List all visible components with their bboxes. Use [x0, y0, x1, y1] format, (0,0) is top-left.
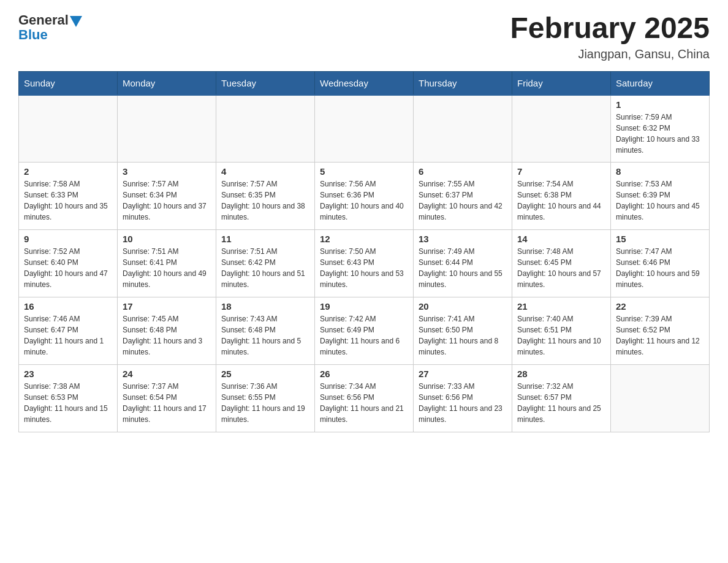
day-number: 4	[221, 166, 309, 177]
calendar-cell: 4Sunrise: 7:57 AM Sunset: 6:35 PM Daylig…	[216, 163, 315, 230]
day-number: 9	[24, 234, 112, 244]
day-info: Sunrise: 7:59 AM Sunset: 6:32 PM Dayligh…	[616, 112, 704, 156]
day-info: Sunrise: 7:50 AM Sunset: 6:43 PM Dayligh…	[320, 246, 408, 290]
calendar-cell: 24Sunrise: 7:37 AM Sunset: 6:54 PM Dayli…	[118, 365, 216, 432]
calendar-cell: 20Sunrise: 7:41 AM Sunset: 6:50 PM Dayli…	[414, 297, 512, 365]
calendar-cell: 26Sunrise: 7:34 AM Sunset: 6:56 PM Dayli…	[315, 365, 414, 432]
calendar-cell: 23Sunrise: 7:38 AM Sunset: 6:53 PM Dayli…	[19, 365, 118, 432]
day-header-friday: Friday	[512, 71, 611, 95]
day-number: 12	[320, 234, 408, 244]
calendar-cell: 27Sunrise: 7:33 AM Sunset: 6:56 PM Dayli…	[414, 365, 512, 432]
calendar-cell: 9Sunrise: 7:52 AM Sunset: 6:40 PM Daylig…	[19, 230, 118, 297]
calendar-cell	[118, 95, 216, 163]
calendar-cell	[512, 95, 611, 163]
calendar-cell: 3Sunrise: 7:57 AM Sunset: 6:34 PM Daylig…	[118, 163, 216, 230]
day-number: 1	[616, 99, 704, 110]
day-info: Sunrise: 7:49 AM Sunset: 6:44 PM Dayligh…	[419, 246, 507, 290]
page-header: General Blue February 2025 Jiangpan, Gan…	[18, 12, 710, 61]
day-info: Sunrise: 7:57 AM Sunset: 6:35 PM Dayligh…	[221, 178, 309, 223]
day-number: 27	[419, 369, 507, 379]
day-number: 16	[24, 301, 112, 312]
day-number: 10	[123, 234, 211, 244]
calendar-cell: 11Sunrise: 7:51 AM Sunset: 6:42 PM Dayli…	[216, 230, 315, 297]
calendar-cell: 17Sunrise: 7:45 AM Sunset: 6:48 PM Dayli…	[118, 297, 216, 365]
calendar-table: SundayMondayTuesdayWednesdayThursdayFrid…	[18, 71, 710, 433]
day-number: 28	[517, 369, 605, 379]
calendar-cell: 2Sunrise: 7:58 AM Sunset: 6:33 PM Daylig…	[19, 163, 118, 230]
day-number: 17	[123, 301, 211, 312]
calendar-week-row: 16Sunrise: 7:46 AM Sunset: 6:47 PM Dayli…	[19, 297, 710, 365]
day-info: Sunrise: 7:47 AM Sunset: 6:46 PM Dayligh…	[616, 246, 704, 290]
calendar-cell: 12Sunrise: 7:50 AM Sunset: 6:43 PM Dayli…	[315, 230, 414, 297]
calendar-cell	[216, 95, 315, 163]
day-number: 11	[221, 234, 309, 244]
day-number: 6	[419, 166, 507, 177]
calendar-title: February 2025	[510, 12, 710, 45]
day-number: 13	[419, 234, 507, 244]
day-header-thursday: Thursday	[414, 71, 512, 95]
day-info: Sunrise: 7:57 AM Sunset: 6:34 PM Dayligh…	[123, 178, 211, 223]
calendar-week-row: 1Sunrise: 7:59 AM Sunset: 6:32 PM Daylig…	[19, 95, 710, 163]
day-header-tuesday: Tuesday	[216, 71, 315, 95]
day-info: Sunrise: 7:51 AM Sunset: 6:41 PM Dayligh…	[123, 246, 211, 290]
calendar-cell	[19, 95, 118, 163]
day-number: 25	[221, 369, 309, 379]
day-number: 26	[320, 369, 408, 379]
calendar-cell: 7Sunrise: 7:54 AM Sunset: 6:38 PM Daylig…	[512, 163, 611, 230]
day-info: Sunrise: 7:42 AM Sunset: 6:49 PM Dayligh…	[320, 313, 408, 358]
day-info: Sunrise: 7:32 AM Sunset: 6:57 PM Dayligh…	[517, 381, 605, 425]
calendar-subtitle: Jiangpan, Gansu, China	[510, 47, 710, 61]
day-info: Sunrise: 7:41 AM Sunset: 6:50 PM Dayligh…	[419, 313, 507, 358]
day-number: 8	[616, 166, 704, 177]
day-info: Sunrise: 7:53 AM Sunset: 6:39 PM Dayligh…	[616, 178, 704, 223]
day-number: 7	[517, 166, 605, 177]
day-info: Sunrise: 7:39 AM Sunset: 6:52 PM Dayligh…	[616, 313, 704, 358]
calendar-cell: 1Sunrise: 7:59 AM Sunset: 6:32 PM Daylig…	[611, 95, 710, 163]
calendar-cell: 28Sunrise: 7:32 AM Sunset: 6:57 PM Dayli…	[512, 365, 611, 432]
logo-blue-text: Blue	[18, 27, 48, 43]
day-header-sunday: Sunday	[19, 71, 118, 95]
day-number: 19	[320, 301, 408, 312]
day-header-wednesday: Wednesday	[315, 71, 414, 95]
day-number: 15	[616, 234, 704, 244]
calendar-week-row: 9Sunrise: 7:52 AM Sunset: 6:40 PM Daylig…	[19, 230, 710, 297]
day-number: 20	[419, 301, 507, 312]
day-number: 3	[123, 166, 211, 177]
day-info: Sunrise: 7:55 AM Sunset: 6:37 PM Dayligh…	[419, 178, 507, 223]
day-number: 23	[24, 369, 112, 379]
calendar-cell: 16Sunrise: 7:46 AM Sunset: 6:47 PM Dayli…	[19, 297, 118, 365]
day-number: 18	[221, 301, 309, 312]
day-number: 22	[616, 301, 704, 312]
day-number: 24	[123, 369, 211, 379]
title-block: February 2025 Jiangpan, Gansu, China	[510, 12, 710, 61]
day-info: Sunrise: 7:58 AM Sunset: 6:33 PM Dayligh…	[24, 178, 112, 223]
day-number: 14	[517, 234, 605, 244]
calendar-cell: 15Sunrise: 7:47 AM Sunset: 6:46 PM Dayli…	[611, 230, 710, 297]
calendar-cell	[414, 95, 512, 163]
day-info: Sunrise: 7:40 AM Sunset: 6:51 PM Dayligh…	[517, 313, 605, 358]
day-info: Sunrise: 7:37 AM Sunset: 6:54 PM Dayligh…	[123, 381, 211, 425]
calendar-cell: 19Sunrise: 7:42 AM Sunset: 6:49 PM Dayli…	[315, 297, 414, 365]
day-info: Sunrise: 7:45 AM Sunset: 6:48 PM Dayligh…	[123, 313, 211, 358]
day-info: Sunrise: 7:38 AM Sunset: 6:53 PM Dayligh…	[24, 381, 112, 425]
logo-general-text: General	[18, 12, 69, 28]
calendar-week-row: 2Sunrise: 7:58 AM Sunset: 6:33 PM Daylig…	[19, 163, 710, 230]
calendar-cell: 10Sunrise: 7:51 AM Sunset: 6:41 PM Dayli…	[118, 230, 216, 297]
day-info: Sunrise: 7:56 AM Sunset: 6:36 PM Dayligh…	[320, 178, 408, 223]
day-info: Sunrise: 7:48 AM Sunset: 6:45 PM Dayligh…	[517, 246, 605, 290]
calendar-week-row: 23Sunrise: 7:38 AM Sunset: 6:53 PM Dayli…	[19, 365, 710, 432]
calendar-cell: 14Sunrise: 7:48 AM Sunset: 6:45 PM Dayli…	[512, 230, 611, 297]
calendar-cell: 8Sunrise: 7:53 AM Sunset: 6:39 PM Daylig…	[611, 163, 710, 230]
calendar-cell	[315, 95, 414, 163]
day-info: Sunrise: 7:34 AM Sunset: 6:56 PM Dayligh…	[320, 381, 408, 425]
day-info: Sunrise: 7:43 AM Sunset: 6:48 PM Dayligh…	[221, 313, 309, 358]
calendar-cell: 22Sunrise: 7:39 AM Sunset: 6:52 PM Dayli…	[611, 297, 710, 365]
calendar-cell: 5Sunrise: 7:56 AM Sunset: 6:36 PM Daylig…	[315, 163, 414, 230]
day-number: 2	[24, 166, 112, 177]
day-number: 21	[517, 301, 605, 312]
day-number: 5	[320, 166, 408, 177]
day-header-monday: Monday	[118, 71, 216, 95]
calendar-cell: 21Sunrise: 7:40 AM Sunset: 6:51 PM Dayli…	[512, 297, 611, 365]
calendar-cell: 6Sunrise: 7:55 AM Sunset: 6:37 PM Daylig…	[414, 163, 512, 230]
day-info: Sunrise: 7:54 AM Sunset: 6:38 PM Dayligh…	[517, 178, 605, 223]
